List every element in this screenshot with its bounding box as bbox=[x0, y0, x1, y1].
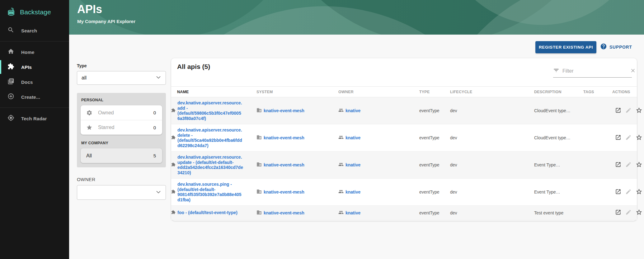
filter-item-all[interactable]: All 5 bbox=[81, 148, 162, 163]
column-header-description[interactable]: DESCRIPTION bbox=[534, 87, 583, 97]
backstage-logo[interactable]: Backstage bbox=[0, 0, 69, 23]
edit-api-button[interactable] bbox=[625, 134, 632, 141]
group-icon bbox=[338, 108, 344, 114]
view-api-button[interactable] bbox=[615, 107, 621, 114]
star-api-button[interactable] bbox=[636, 107, 642, 115]
sidebar-item-label: Create... bbox=[21, 94, 40, 100]
table-row: foo - (default/test-event-type) knative-… bbox=[171, 206, 637, 220]
api-tags bbox=[583, 179, 612, 206]
system-link[interactable]: knative-event-mesh bbox=[256, 135, 304, 141]
edit-api-button[interactable] bbox=[625, 161, 632, 169]
clear-filter-button[interactable] bbox=[630, 68, 636, 74]
table-filter-field bbox=[553, 65, 632, 78]
filters-panel: Type all PERSONAL Owned 0 bbox=[77, 63, 166, 200]
star-api-button[interactable] bbox=[636, 161, 642, 169]
api-lifecycle: dev bbox=[450, 179, 534, 206]
star-outline-icon bbox=[636, 134, 642, 142]
api-name-link[interactable]: dev.knative.apiserver.resource.delete - … bbox=[177, 127, 243, 148]
view-api-button[interactable] bbox=[615, 189, 621, 196]
api-tags bbox=[583, 97, 612, 124]
owner-link[interactable]: knative bbox=[338, 210, 360, 216]
edit-api-button[interactable] bbox=[625, 209, 632, 216]
star-api-button[interactable] bbox=[636, 188, 642, 196]
sidebar-item-search[interactable]: Search bbox=[0, 23, 69, 38]
owner-link[interactable]: knative bbox=[338, 189, 360, 195]
pencil-icon bbox=[625, 107, 632, 114]
sidebar: Backstage Search Home APIs Docs bbox=[0, 0, 69, 259]
star-outline-icon bbox=[636, 188, 642, 196]
pencil-icon bbox=[625, 161, 632, 169]
building-icon bbox=[256, 210, 262, 216]
table-row: dev.knative.sources.ping - (default/et-d… bbox=[171, 179, 637, 206]
filter-item-owned[interactable]: Owned 0 bbox=[81, 105, 162, 120]
star-outline-icon bbox=[636, 107, 642, 115]
api-type: eventType bbox=[419, 210, 440, 215]
open-in-new-icon bbox=[615, 107, 621, 114]
personal-group-card: Owned 0 Starred 0 bbox=[81, 105, 162, 135]
filter-funnel-icon bbox=[553, 67, 559, 75]
sidebar-item-docs[interactable]: Docs bbox=[0, 74, 69, 89]
owner-link-label: knative bbox=[346, 108, 360, 113]
api-lifecycle: dev bbox=[450, 124, 534, 151]
view-api-button[interactable] bbox=[615, 161, 621, 169]
support-button[interactable]: SUPPORT bbox=[600, 43, 632, 51]
star-api-button[interactable] bbox=[636, 209, 642, 217]
column-header-lifecycle[interactable]: LIFECYCLE bbox=[450, 87, 534, 97]
sidebar-item-tech-radar[interactable]: Tech Radar bbox=[0, 111, 69, 126]
filter-item-starred[interactable]: Starred 0 bbox=[81, 120, 162, 135]
api-type: eventType bbox=[419, 162, 440, 167]
column-header-actions: ACTIONS bbox=[612, 87, 637, 97]
table-filter-input[interactable] bbox=[562, 68, 627, 74]
system-link[interactable]: knative-event-mesh bbox=[256, 189, 304, 195]
owner-link[interactable]: knative bbox=[338, 135, 360, 141]
system-link-label: knative-event-mesh bbox=[264, 189, 304, 194]
group-icon bbox=[338, 135, 344, 141]
system-link[interactable]: knative-event-mesh bbox=[256, 210, 304, 216]
api-name-link[interactable]: dev.knative.apiserver.resource.update - … bbox=[177, 155, 243, 175]
api-description: Test event type bbox=[534, 206, 583, 220]
owner-link-label: knative bbox=[346, 189, 360, 194]
open-in-new-icon bbox=[615, 189, 621, 196]
api-name-link[interactable]: dev.knative.apiserver.resource.add - (de… bbox=[177, 100, 243, 121]
api-name-link[interactable]: dev.knative.sources.ping - (default/et-d… bbox=[177, 182, 243, 202]
api-tags bbox=[583, 206, 612, 220]
api-name-link[interactable]: foo - (default/test-event-type) bbox=[177, 210, 237, 215]
api-lifecycle: dev bbox=[450, 151, 534, 179]
sidebar-divider bbox=[0, 108, 69, 108]
star-api-button[interactable] bbox=[636, 134, 642, 142]
register-existing-api-button[interactable]: REGISTER EXISTING API bbox=[535, 41, 596, 53]
backstage-api-explorer: Backstage Search Home APIs Docs bbox=[0, 0, 644, 259]
owner-select[interactable] bbox=[77, 185, 166, 200]
view-api-button[interactable] bbox=[615, 209, 621, 216]
column-header-tags[interactable]: TAGS bbox=[583, 87, 612, 97]
edit-api-button[interactable] bbox=[625, 107, 632, 114]
column-header-system[interactable]: SYSTEM bbox=[256, 87, 338, 97]
radar-icon bbox=[7, 114, 14, 122]
system-link[interactable]: knative-event-mesh bbox=[256, 108, 304, 114]
sidebar-item-create[interactable]: Create... bbox=[0, 89, 69, 104]
api-table-card: All apis (5) NAME bbox=[171, 58, 637, 221]
filter-item-label: Starred bbox=[98, 125, 153, 130]
gear-icon bbox=[86, 110, 92, 116]
owner-link-label: knative bbox=[346, 135, 360, 140]
type-select-value: all bbox=[82, 75, 87, 81]
owner-link[interactable]: knative bbox=[338, 108, 360, 114]
home-icon bbox=[7, 48, 14, 56]
view-api-button[interactable] bbox=[615, 134, 621, 141]
api-type: eventType bbox=[419, 135, 440, 140]
column-header-type[interactable]: TYPE bbox=[419, 87, 450, 97]
table-header-row: NAME SYSTEM OWNER TYPE LIFECYCLE DESCRIP… bbox=[171, 87, 637, 97]
api-puzzle-icon bbox=[171, 108, 176, 113]
group-icon bbox=[338, 162, 344, 168]
owner-link[interactable]: knative bbox=[338, 162, 360, 168]
edit-api-button[interactable] bbox=[625, 189, 632, 196]
api-tags bbox=[583, 124, 612, 151]
column-header-owner[interactable]: OWNER bbox=[338, 87, 419, 97]
help-icon bbox=[600, 43, 607, 51]
system-link[interactable]: knative-event-mesh bbox=[256, 162, 304, 168]
type-select[interactable]: all bbox=[77, 71, 166, 85]
sidebar-item-apis[interactable]: APIs bbox=[0, 60, 69, 74]
table-header-bar: All apis (5) bbox=[171, 58, 637, 86]
column-header-name[interactable]: NAME bbox=[171, 87, 256, 97]
sidebar-item-home[interactable]: Home bbox=[0, 45, 69, 60]
